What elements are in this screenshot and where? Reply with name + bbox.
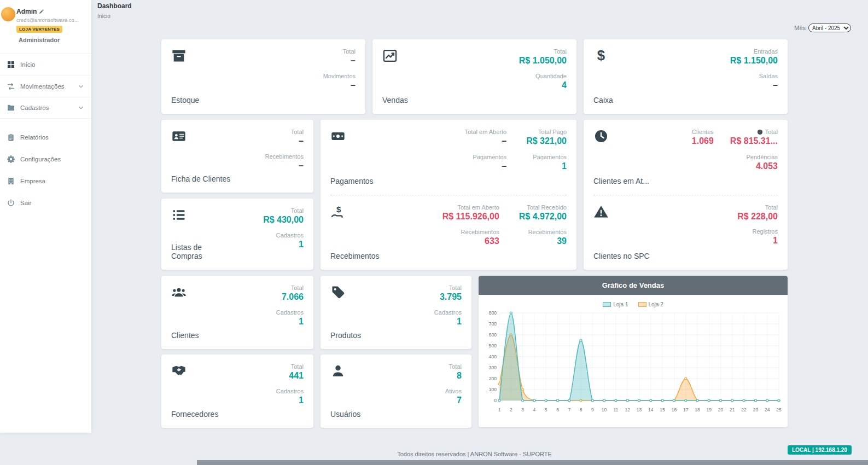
user-panel: Admin credit@anronsoftware.co... LOJA VE… xyxy=(0,0,91,48)
sidebar-item-relatorios[interactable]: Relatórios xyxy=(0,126,91,148)
stat: Recebimentos 633 xyxy=(442,229,499,246)
clock-icon xyxy=(593,129,609,144)
card-title: Ficha de Clientes xyxy=(171,175,230,184)
svg-text:14: 14 xyxy=(648,407,654,412)
stat-value: – xyxy=(465,162,506,171)
svg-text:3: 3 xyxy=(521,407,524,412)
card-listas-compras: Listas de ComprasTotalR$ 430,00Cadastros… xyxy=(161,199,313,270)
svg-text:18: 18 xyxy=(695,407,700,412)
card-estoque: EstoqueTotal–Movimentos– xyxy=(161,39,365,114)
sidebar-item-label: Empresa xyxy=(20,178,45,184)
stat: Movimentos– xyxy=(323,73,356,90)
stat-value: 633 xyxy=(442,237,499,246)
card-produtos: ProdutosTotal3.795Cadastros1 xyxy=(321,276,471,349)
clientes-spc-section: Clientes no SPC Total R$ 228,00 Registro… xyxy=(584,195,788,270)
stat: Cadastros1 xyxy=(276,309,304,327)
svg-text:13: 13 xyxy=(637,407,642,412)
stat: Total Pago R$ 321,00 xyxy=(526,129,567,146)
sidebar-item-cadastros[interactable]: Cadastros xyxy=(0,97,91,119)
stat-label: Cadastros xyxy=(276,388,304,394)
sidebar-item-sair[interactable]: Sair xyxy=(0,192,91,214)
stat-value: 1.069 xyxy=(692,137,714,146)
svg-text:23: 23 xyxy=(753,407,759,412)
cards-row-3: ClientesTotal7.066Cadastros1ProdutosTota… xyxy=(161,276,788,428)
stat: Total em Aberto – xyxy=(465,129,506,146)
svg-text:4: 4 xyxy=(533,407,536,412)
page-head: Dashboard Início xyxy=(97,2,132,19)
stat-value: R$ 1.050,00 xyxy=(519,56,567,66)
stat: Total8 xyxy=(445,363,462,381)
sidebar-item-empresa[interactable]: Empresa xyxy=(0,170,91,192)
bottom-bar xyxy=(197,460,868,465)
stat-label: Total Pago xyxy=(526,129,567,135)
svg-text:20: 20 xyxy=(718,407,724,412)
sidebar-item-inicio[interactable]: Início xyxy=(0,53,91,75)
stat-label: Cadastros xyxy=(276,309,304,316)
sales-chart: 0100200300400500600700800123456789101112… xyxy=(483,307,783,415)
stat-value: 1 xyxy=(737,236,778,246)
stat: Total– xyxy=(323,48,356,66)
svg-text:6: 6 xyxy=(556,407,559,412)
legend-loja-2[interactable]: Loja 2 xyxy=(638,301,663,307)
sidebar-item-movimentacoes[interactable]: Movimentações xyxy=(0,75,91,97)
stat: Ativos7 xyxy=(445,388,462,405)
card-clientes-atraso-spc: Clientes em At... Clientes 1.069 xyxy=(584,120,788,270)
stat-label: Clientes xyxy=(692,129,714,135)
warning-icon xyxy=(593,204,609,219)
card-title: Clientes no SPC xyxy=(593,252,650,261)
stat: EntradasR$ 1.150,00 xyxy=(730,48,778,66)
store-badge: LOJA VERTENTES xyxy=(16,26,62,33)
stat: Recebimentos– xyxy=(265,153,304,171)
handshake-icon xyxy=(171,363,187,379)
footer-text: Todos direitos reservados | ANRON Softwa… xyxy=(161,451,788,457)
stat-value: – xyxy=(730,81,778,90)
user-icon xyxy=(330,363,346,379)
stat: Total441 xyxy=(276,363,304,381)
stat-label: Total xyxy=(445,363,462,370)
clientes-atraso-section: Clientes em At... Clientes 1.069 xyxy=(584,120,788,195)
stat-value: 39 xyxy=(519,237,567,246)
stat-value: – xyxy=(265,137,304,146)
stat: Cadastros1 xyxy=(276,388,304,405)
stat: Recebimentos 39 xyxy=(519,229,567,246)
sidebar-item-label: Configurações xyxy=(20,156,61,162)
pencil-icon[interactable] xyxy=(39,9,44,14)
svg-text:800: 800 xyxy=(489,310,497,316)
card-vendas: VendasTotalR$ 1.050,00Quantidade4 xyxy=(372,39,576,114)
month-select[interactable]: Abril - 2025 xyxy=(808,24,851,32)
pagamentos-section: Pagamentos Total em Aberto – Pagamentos xyxy=(321,120,576,195)
svg-text:7: 7 xyxy=(568,407,570,412)
card-title: Produtos xyxy=(330,331,361,340)
card-title: Caixa xyxy=(593,96,613,105)
stat-label: Movimentos xyxy=(323,73,356,79)
stat-label: Recebimentos xyxy=(265,153,304,160)
building-icon xyxy=(7,177,15,185)
svg-text:200: 200 xyxy=(489,376,497,381)
svg-text:400: 400 xyxy=(489,354,497,359)
svg-text:25: 25 xyxy=(776,407,782,412)
dollar-icon: $ xyxy=(593,48,609,63)
stat: Total3.795 xyxy=(434,284,462,302)
stat-label: Total xyxy=(434,284,462,291)
stat-value: 4.053 xyxy=(730,162,778,171)
sidebar-menu: InícioMovimentaçõesCadastrosRelatóriosCo… xyxy=(0,53,91,214)
card-ficha-clientes: Ficha de ClientesTotal–Recebimentos– xyxy=(161,120,313,193)
chart-body: Loja 1Loja 2 010020030040050060070080012… xyxy=(479,295,788,415)
card-title: Clientes em At... xyxy=(593,177,649,186)
card-title: Pagamentos xyxy=(330,177,374,186)
legend-loja-1[interactable]: Loja 1 xyxy=(603,301,628,307)
user-role: Administrador xyxy=(19,37,87,43)
card-grafico-vendas: Gráfico de Vendas Loja 1Loja 2 010020030… xyxy=(479,276,788,427)
stat: Cadastros1 xyxy=(263,232,304,249)
stat-label: Total xyxy=(276,363,304,370)
stat: Pagamentos – xyxy=(465,154,506,171)
info-icon[interactable] xyxy=(757,129,763,135)
chart-legend: Loja 1Loja 2 xyxy=(483,301,783,307)
stat-value: 8 xyxy=(445,371,462,381)
card-title: Recebimentos xyxy=(330,252,380,261)
stat-value: 7.066 xyxy=(276,293,304,302)
svg-text:1: 1 xyxy=(498,407,501,412)
stat-label: Total em Aberto xyxy=(442,204,499,211)
sidebar-item-configuracoes[interactable]: Configurações xyxy=(0,148,91,170)
stat: Total R$ 815.31... xyxy=(730,129,778,146)
